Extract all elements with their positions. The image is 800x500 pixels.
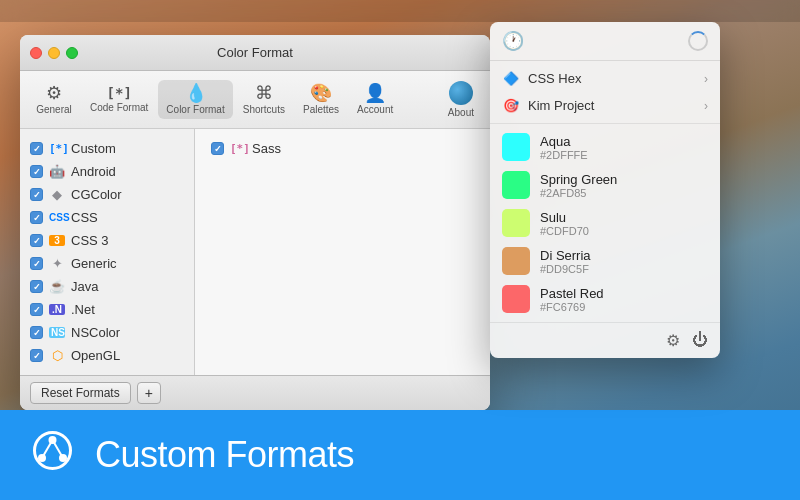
format-checkbox-custom[interactable] — [30, 142, 43, 155]
color-info-pastel-red: Pastel Red #FC6769 — [540, 286, 604, 313]
bottom-blue-bar: Custom Formats — [0, 410, 800, 500]
color-hex-aqua: #2DFFFE — [540, 149, 588, 161]
color-info-sulu: Sulu #CDFD70 — [540, 210, 589, 237]
format-icon-css3: 3 — [49, 235, 65, 246]
palette-item-pastel-red[interactable]: Pastel Red #FC6769 — [490, 280, 720, 318]
toolbar-general[interactable]: ⚙ General — [28, 80, 80, 119]
format-icon-nscolor: NS — [49, 327, 65, 338]
format-item-opengl[interactable]: ⬡ OpenGL — [20, 344, 194, 367]
content-area: [*] Custom 🤖 Android ◆ CGColor CSS CSS 3 — [20, 129, 490, 375]
format-checkbox-dotnet[interactable] — [30, 303, 43, 316]
account-icon: 👤 — [364, 84, 386, 102]
settings-icon[interactable]: ⚙ — [666, 331, 680, 350]
format-item-generic[interactable]: ✦ Generic — [20, 252, 194, 275]
css-hex-icon: 🔷 — [502, 71, 520, 86]
format-name-css3: CSS 3 — [71, 233, 109, 248]
kim-project-chevron-icon: › — [704, 99, 708, 113]
format-checkbox-nscolor[interactable] — [30, 326, 43, 339]
format-checkbox-android[interactable] — [30, 165, 43, 178]
color-hex-di-serria: #DD9C5F — [540, 263, 591, 275]
color-swatch-di-serria — [502, 247, 530, 275]
format-name-nscolor: NSColor — [71, 325, 120, 340]
menu-bar — [0, 0, 800, 22]
format-icon-generic: ✦ — [49, 256, 65, 271]
toolbar-palettes[interactable]: 🎨 Palettes — [295, 80, 347, 119]
format-icon-dotnet: .N — [49, 304, 65, 315]
format-name-java: Java — [71, 279, 98, 294]
toolbar: ⚙ General [*] Code Format 💧 Color Format… — [20, 71, 490, 129]
color-name-spring-green: Spring Green — [540, 172, 617, 187]
format-icon-android: 🤖 — [49, 164, 65, 179]
toolbar-shortcuts[interactable]: ⌘ Shortcuts — [235, 80, 293, 119]
shortcuts-icon: ⌘ — [255, 84, 273, 102]
right-panel: [*] Sass — [195, 129, 490, 375]
format-checkbox-css3[interactable] — [30, 234, 43, 247]
format-icon-opengl: ⬡ — [49, 348, 65, 363]
code-format-label: Code Format — [90, 102, 148, 113]
color-hex-sulu: #CDFD70 — [540, 225, 589, 237]
palettes-label: Palettes — [303, 104, 339, 115]
palette-item-spring-green[interactable]: Spring Green #2AFD85 — [490, 166, 720, 204]
kim-project-icon: 🎯 — [502, 98, 520, 113]
format-checkbox-css[interactable] — [30, 211, 43, 224]
dropdown-panel: 🕐 🔷 CSS Hex › 🎯 Kim Project › Aqua #2DFF… — [490, 22, 720, 358]
format-icon-cgcolor: ◆ — [49, 187, 65, 202]
window-controls — [30, 47, 78, 59]
palettes-icon: 🎨 — [310, 84, 332, 102]
window-titlebar: Color Format — [20, 35, 490, 71]
color-info-spring-green: Spring Green #2AFD85 — [540, 172, 617, 199]
format-name-dotnet: .Net — [71, 302, 95, 317]
loading-spinner — [688, 31, 708, 51]
toolbar-account[interactable]: 👤 Account — [349, 80, 401, 119]
format-item-custom[interactable]: [*] Custom — [20, 137, 194, 160]
format-item-android[interactable]: 🤖 Android — [20, 160, 194, 183]
color-hex-pastel-red: #FC6769 — [540, 301, 604, 313]
format-name-opengl: OpenGL — [71, 348, 120, 363]
clock-icon: 🕐 — [502, 30, 524, 52]
account-label: Account — [357, 104, 393, 115]
color-swatch-spring-green — [502, 171, 530, 199]
dropdown-kim-project-row[interactable]: 🎯 Kim Project › — [490, 92, 720, 119]
format-checkbox-java[interactable] — [30, 280, 43, 293]
format-checkbox-sass[interactable] — [211, 142, 224, 155]
palette-item-aqua[interactable]: Aqua #2DFFFE — [490, 128, 720, 166]
minimize-button[interactable] — [48, 47, 60, 59]
color-swatch-sulu — [502, 209, 530, 237]
color-name-pastel-red: Pastel Red — [540, 286, 604, 301]
palette-item-di-serria[interactable]: Di Serria #DD9C5F — [490, 242, 720, 280]
dropdown-footer: ⚙ ⏻ — [490, 322, 720, 358]
reset-formats-button[interactable]: Reset Formats — [30, 382, 131, 404]
format-checkbox-cgcolor[interactable] — [30, 188, 43, 201]
format-checkbox-opengl[interactable] — [30, 349, 43, 362]
color-hex-spring-green: #2AFD85 — [540, 187, 617, 199]
format-item-java[interactable]: ☕ Java — [20, 275, 194, 298]
bottom-bar-text: Custom Formats — [95, 434, 354, 476]
format-checkbox-generic[interactable] — [30, 257, 43, 270]
about-icon — [449, 81, 473, 105]
toolbar-about[interactable]: About — [440, 77, 482, 122]
dropdown-header: 🕐 — [490, 22, 720, 61]
dropdown-presets-section: 🔷 CSS Hex › 🎯 Kim Project › — [490, 61, 720, 124]
close-button[interactable] — [30, 47, 42, 59]
format-item-css3[interactable]: 3 CSS 3 — [20, 229, 194, 252]
power-icon[interactable]: ⏻ — [692, 331, 708, 350]
color-swatch-pastel-red — [502, 285, 530, 313]
format-item-sass[interactable]: [*] Sass — [203, 137, 482, 160]
maximize-button[interactable] — [66, 47, 78, 59]
color-format-label: Color Format — [166, 104, 224, 115]
kim-project-label: Kim Project — [528, 98, 696, 113]
add-format-button[interactable]: + — [137, 382, 161, 404]
format-icon-java: ☕ — [49, 279, 65, 294]
toolbar-code-format[interactable]: [*] Code Format — [82, 82, 156, 117]
format-name-sass: Sass — [252, 141, 281, 156]
toolbar-color-format[interactable]: 💧 Color Format — [158, 80, 232, 119]
general-label: General — [36, 104, 72, 115]
format-item-css[interactable]: CSS CSS — [20, 206, 194, 229]
dropdown-css-hex-row[interactable]: 🔷 CSS Hex › — [490, 65, 720, 92]
palette-item-sulu[interactable]: Sulu #CDFD70 — [490, 204, 720, 242]
format-item-dotnet[interactable]: .N .Net — [20, 298, 194, 321]
color-name-sulu: Sulu — [540, 210, 589, 225]
palette-items: Aqua #2DFFFE Spring Green #2AFD85 Sulu #… — [490, 124, 720, 322]
format-item-nscolor[interactable]: NS NSColor — [20, 321, 194, 344]
format-item-cgcolor[interactable]: ◆ CGColor — [20, 183, 194, 206]
